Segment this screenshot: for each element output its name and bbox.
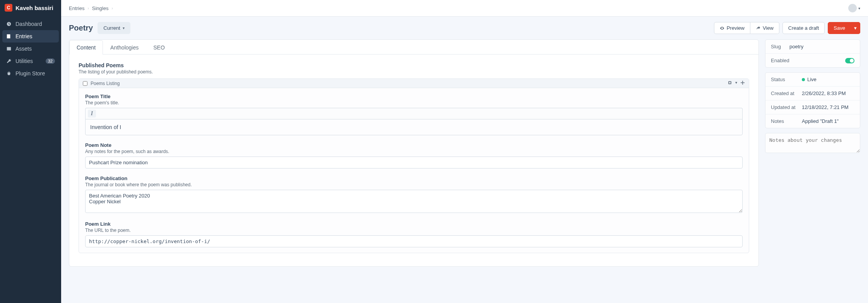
- nav-label: Plugin Store: [15, 70, 45, 77]
- nav-item-dashboard[interactable]: Dashboard: [2, 18, 59, 30]
- field-poem-note: Poem Note Any notes for the poem, such a…: [85, 142, 743, 169]
- tab-anthologies[interactable]: Anthologies: [103, 40, 146, 54]
- gauge-icon: [6, 21, 12, 27]
- enabled-toggle[interactable]: [845, 58, 854, 63]
- view-button[interactable]: View: [750, 22, 779, 34]
- nav-label: Utilities: [15, 58, 33, 64]
- notes-value: Applied "Draft 1": [802, 118, 854, 124]
- revision-menu[interactable]: Current ▾: [98, 22, 130, 34]
- eye-icon: [720, 26, 724, 31]
- created-row: Created at 2/26/2022, 8:33 PM: [765, 87, 860, 100]
- poem-link-input[interactable]: [85, 235, 743, 247]
- create-draft-button[interactable]: Create a draft: [782, 22, 825, 34]
- matrix-block: Poems Listing ▾ Poem Title The poem's ti…: [79, 78, 749, 253]
- italic-button[interactable]: I: [88, 110, 96, 117]
- field-poem-title: Poem Title The poem's title. I Invention…: [85, 94, 743, 135]
- poem-title-input[interactable]: Invention of I: [85, 119, 743, 135]
- header-actions: Preview View Create a draft Save ▾: [714, 22, 860, 34]
- status-value: Live: [802, 77, 854, 82]
- preview-button[interactable]: Preview: [714, 22, 750, 34]
- field-label: Poem Title: [85, 94, 743, 99]
- chevron-down-icon: ▾: [858, 6, 860, 10]
- block-select-checkbox[interactable]: [83, 81, 87, 86]
- slug-label: Slug: [771, 44, 789, 49]
- save-group: Save ▾: [828, 22, 860, 34]
- section-title: Published Poems: [79, 62, 749, 68]
- sidebar: C Kaveh bassiri Dashboard Entries Assets…: [0, 0, 61, 303]
- topbar: Entries › Singles › ▾: [61, 0, 868, 17]
- page-title: Poetry: [69, 24, 93, 32]
- notes-label: Notes: [771, 118, 802, 124]
- gear-icon[interactable]: [728, 80, 732, 86]
- save-menu-button[interactable]: ▾: [851, 22, 860, 34]
- newspaper-icon: [6, 34, 12, 39]
- move-icon[interactable]: [740, 80, 745, 86]
- change-notes-input[interactable]: [765, 133, 860, 153]
- utilities-badge: 32: [46, 58, 55, 64]
- site-name: Kaveh bassiri: [15, 5, 53, 11]
- meta-panel: Slug Enabled: [765, 39, 860, 68]
- content-wrap: Content Anthologies SEO Published Poems …: [61, 39, 868, 274]
- breadcrumb-singles[interactable]: Singles: [92, 5, 109, 11]
- info-panel: Status Live Created at 2/26/2022, 8:33 P…: [765, 72, 860, 128]
- status-label: Status: [771, 77, 802, 82]
- enabled-row: Enabled: [765, 54, 860, 67]
- preview-view-group: Preview View: [714, 22, 779, 34]
- updated-label: Updated at: [771, 104, 802, 110]
- save-button[interactable]: Save: [828, 22, 851, 34]
- field-desc: Any notes for the poem, such as awards.: [85, 149, 743, 154]
- page-header: Poetry Current ▾ Preview View Create a d…: [61, 17, 868, 39]
- updated-row: Updated at 12/18/2022, 7:21 PM: [765, 100, 860, 114]
- revision-label: Current: [103, 25, 120, 31]
- tabs: Content Anthologies SEO: [69, 40, 758, 54]
- poem-publication-input[interactable]: Best American Poetry 2020 Copper Nickel: [85, 190, 743, 213]
- notes-row: Notes Applied "Draft 1": [765, 114, 860, 128]
- nav-item-assets[interactable]: Assets: [2, 43, 59, 55]
- content-body: Published Poems The listing of your publ…: [69, 54, 758, 266]
- field-poem-link: Poem Link The URL to the poem.: [85, 221, 743, 247]
- user-menu[interactable]: ▾: [848, 4, 860, 12]
- share-icon: [756, 26, 760, 31]
- nav-label: Entries: [15, 33, 33, 39]
- field-desc: The URL to the poem.: [85, 228, 743, 233]
- nav-item-entries[interactable]: Entries: [2, 30, 59, 43]
- nav-item-plugin-store[interactable]: Plugin Store: [2, 67, 59, 80]
- avatar: [848, 4, 857, 12]
- wrench-icon: [6, 58, 12, 64]
- nav-label: Assets: [15, 46, 32, 52]
- site-header[interactable]: C Kaveh bassiri: [0, 0, 61, 15]
- breadcrumb-entries[interactable]: Entries: [69, 5, 84, 11]
- primary-nav: Dashboard Entries Assets Utilities 32 Pl…: [0, 15, 61, 82]
- updated-value: 12/18/2022, 7:21 PM: [802, 104, 854, 110]
- main: Entries › Singles › ▾ Poetry Current ▾ P…: [61, 0, 868, 303]
- chevron-right-icon: ›: [87, 6, 89, 10]
- nav-item-utilities[interactable]: Utilities 32: [2, 55, 59, 67]
- created-value: 2/26/2022, 8:33 PM: [802, 90, 854, 96]
- block-header: Poems Listing ▾: [79, 79, 749, 88]
- field-poem-publication: Poem Publication The journal or book whe…: [85, 175, 743, 214]
- field-desc: The journal or book where the poem was p…: [85, 182, 743, 187]
- site-logo: C: [5, 4, 12, 12]
- tab-content[interactable]: Content: [69, 40, 103, 54]
- slug-row: Slug: [765, 40, 860, 54]
- field-label: Poem Publication: [85, 175, 743, 181]
- richtext-toolbar: I: [85, 108, 743, 119]
- status-dot-icon: [802, 78, 805, 81]
- block-body: Poem Title The poem's title. I Invention…: [79, 88, 749, 253]
- image-icon: [6, 46, 12, 51]
- poem-note-input[interactable]: [85, 157, 743, 169]
- chevron-down-icon: ▾: [854, 25, 857, 31]
- enabled-label: Enabled: [771, 58, 802, 63]
- content-side: Slug Enabled Status Live Created at: [765, 39, 860, 153]
- tab-seo[interactable]: SEO: [146, 40, 172, 54]
- nav-label: Dashboard: [15, 21, 42, 27]
- content-main: Content Anthologies SEO Published Poems …: [69, 39, 759, 267]
- field-label: Poem Link: [85, 221, 743, 227]
- block-name: Poems Listing: [91, 81, 120, 86]
- field-label: Poem Note: [85, 142, 743, 148]
- slug-input[interactable]: [789, 44, 854, 49]
- chevron-down-icon[interactable]: ▾: [735, 80, 737, 86]
- status-row: Status Live: [765, 73, 860, 87]
- plug-icon: [6, 71, 12, 76]
- field-desc: The poem's title.: [85, 100, 743, 106]
